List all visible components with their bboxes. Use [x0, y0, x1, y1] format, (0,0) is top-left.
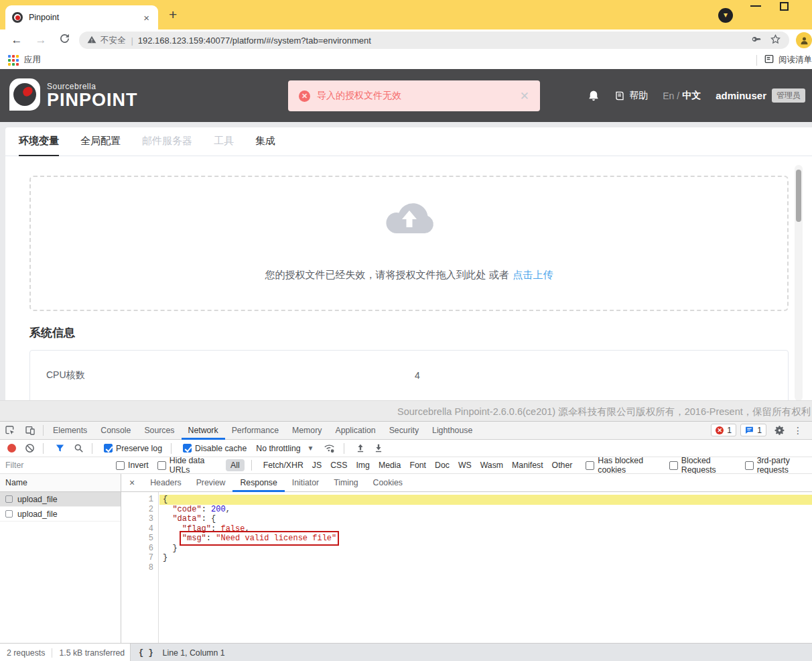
devtools-tab-security[interactable]: Security	[383, 422, 425, 440]
filter-type-js[interactable]: JS	[312, 461, 322, 470]
checkbox-unchecked-icon[interactable]	[116, 461, 125, 470]
browser-tab[interactable]: Pinpoint ×	[5, 5, 158, 29]
filter-type-manifest[interactable]: Manifest	[512, 461, 543, 470]
devtools-more-icon[interactable]: ⋮	[793, 425, 803, 436]
help-link[interactable]: 帮助	[614, 90, 648, 102]
console-messages-badge[interactable]: 1	[740, 424, 766, 436]
filter-type-doc[interactable]: Doc	[435, 461, 450, 470]
checkbox-checked-icon[interactable]	[183, 444, 192, 453]
reading-list-label[interactable]: 阅读清单	[779, 54, 812, 66]
filter-type-wasm[interactable]: Wasm	[480, 461, 503, 470]
filter-type-font[interactable]: Font	[409, 461, 426, 470]
forward-button[interactable]: →	[33, 34, 48, 47]
import-har-icon[interactable]	[356, 443, 365, 453]
lang-en[interactable]: En	[663, 91, 674, 101]
click-upload-link[interactable]: 点击上传	[513, 269, 553, 280]
filter-type-img[interactable]: Img	[356, 461, 370, 470]
name-column-header[interactable]: Name	[0, 474, 121, 492]
filter-type-media[interactable]: Media	[379, 461, 401, 470]
detail-tab-response[interactable]: Response	[232, 474, 284, 492]
blocked-requests-checkbox[interactable]: Blocked Requests	[669, 456, 736, 475]
throttling-dropdown[interactable]: No throttling	[256, 444, 300, 453]
close-detail-icon[interactable]: ×	[121, 477, 143, 488]
reload-button[interactable]	[58, 33, 72, 48]
toast-close-icon[interactable]: ✕	[520, 89, 529, 103]
filter-input[interactable]	[0, 459, 107, 472]
pinpoint-logo[interactable]: Sourcebrella PINPOINT	[9, 78, 138, 111]
address-bar[interactable]: 不安全 | 192.168.123.159:40077/platform/#/s…	[79, 32, 789, 49]
browser-update-icon[interactable]: ▾	[718, 8, 733, 23]
tab-tools[interactable]: 工具	[214, 127, 234, 156]
back-button[interactable]: ←	[9, 34, 24, 47]
bookmark-star-icon[interactable]	[770, 34, 781, 47]
checkbox-unchecked-icon[interactable]	[586, 461, 594, 470]
tab-global-config[interactable]: 全局配置	[80, 127, 121, 156]
tab-close-icon[interactable]: ×	[141, 12, 151, 23]
window-maximize-button[interactable]	[780, 2, 789, 11]
disable-cache-checkbox[interactable]: Disable cache	[183, 444, 247, 453]
search-icon[interactable]	[74, 443, 84, 453]
devtools-settings-gear-icon[interactable]	[774, 425, 785, 436]
detail-tab-initiator[interactable]: Initiator	[285, 474, 326, 492]
record-button[interactable]	[7, 444, 16, 453]
language-switch[interactable]: En / 中文	[663, 90, 701, 102]
devtools-tab-network[interactable]: Network	[182, 422, 225, 440]
filter-type-all[interactable]: All	[226, 459, 245, 471]
network-conditions-icon[interactable]	[323, 442, 336, 454]
devtools-tab-elements[interactable]: Elements	[46, 422, 94, 440]
filter-type-ws[interactable]: WS	[458, 461, 472, 470]
window-minimize-button[interactable]	[750, 5, 761, 7]
detail-tab-cookies[interactable]: Cookies	[366, 474, 410, 492]
third-party-requests-checkbox[interactable]: 3rd-party requests	[745, 456, 812, 475]
apps-grid-icon[interactable]	[8, 55, 19, 66]
checkbox-checked-icon[interactable]	[104, 444, 113, 453]
filter-type-fetch-xhr[interactable]: Fetch/XHR	[263, 461, 303, 470]
request-row[interactable]: upload_file	[0, 507, 121, 522]
checkbox-unchecked-icon[interactable]	[669, 461, 678, 470]
devtools-tab-performance[interactable]: Performance	[225, 422, 285, 440]
password-key-icon[interactable]	[750, 34, 762, 47]
filter-funnel-icon[interactable]	[55, 443, 65, 453]
tab-environment[interactable]: 环境变量	[19, 127, 59, 156]
tab-integration[interactable]: 集成	[255, 127, 275, 156]
detail-tab-preview[interactable]: Preview	[189, 474, 233, 492]
help-label: 帮助	[629, 90, 648, 102]
new-tab-button[interactable]: +	[169, 7, 177, 23]
response-body[interactable]: { "code": 200, "data": { "flag": false, …	[159, 492, 812, 643]
detail-tab-timing[interactable]: Timing	[326, 474, 365, 492]
username[interactable]: adminuser	[716, 90, 766, 101]
clear-network-log-icon[interactable]	[25, 443, 35, 453]
license-upload-dropzone[interactable]: 您的授权文件已经失效，请将授权文件拖入到此处 或者点击上传	[29, 176, 789, 311]
apps-bookmark-label[interactable]: 应用	[24, 54, 41, 66]
invert-checkbox[interactable]: Invert	[116, 461, 149, 470]
page-scrollbar-thumb[interactable]	[796, 170, 801, 222]
devtools-tab-memory[interactable]: Memory	[285, 422, 328, 440]
reading-list-icon[interactable]	[764, 54, 774, 66]
devtools-tab-lighthouse[interactable]: Lighthouse	[425, 422, 479, 440]
has-blocked-cookies-checkbox[interactable]: Has blocked cookies	[586, 456, 660, 475]
tab-mail-server[interactable]: 邮件服务器	[142, 127, 192, 156]
format-braces-icon[interactable]: { }	[139, 648, 153, 658]
preserve-log-checkbox[interactable]: Preserve log	[104, 444, 162, 453]
transferred-size: 1.5 kB transferred	[59, 648, 125, 658]
devtools-tab-application[interactable]: Application	[328, 422, 382, 440]
inspect-element-icon[interactable]	[0, 425, 20, 436]
user-menu[interactable]: adminuser 管理员	[716, 88, 805, 103]
url-text[interactable]: 192.168.123.159:40077/platform/#/system?…	[138, 36, 742, 46]
checkbox-unchecked-icon[interactable]	[157, 461, 166, 470]
console-errors-badge[interactable]: ✕ 1	[711, 424, 736, 436]
device-toolbar-icon[interactable]	[20, 425, 40, 436]
devtools-tab-sources[interactable]: Sources	[137, 422, 181, 440]
lang-zh[interactable]: 中文	[682, 90, 701, 102]
filter-type-css[interactable]: CSS	[330, 461, 347, 470]
checkbox-unchecked-icon[interactable]	[745, 461, 754, 470]
hide-data-urls-checkbox[interactable]: Hide data URLs	[157, 456, 217, 475]
detail-tab-headers[interactable]: Headers	[143, 474, 188, 492]
browser-profile-avatar[interactable]	[796, 32, 812, 48]
notifications-bell[interactable]	[588, 90, 600, 102]
request-row-selected[interactable]: upload_file	[0, 492, 121, 507]
devtools-tab-console[interactable]: Console	[94, 422, 137, 440]
chevron-down-icon[interactable]: ▼	[308, 444, 314, 452]
filter-type-other[interactable]: Other	[552, 461, 573, 470]
export-har-icon[interactable]	[374, 443, 383, 453]
